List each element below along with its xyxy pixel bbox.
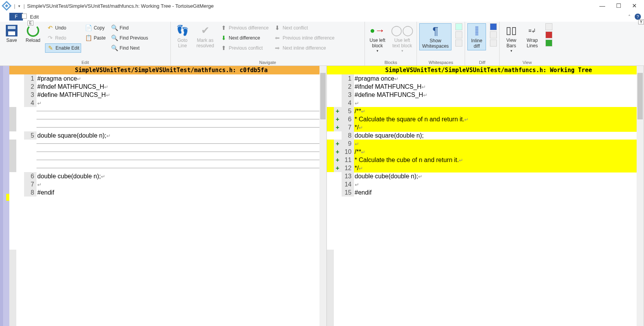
minimize-button[interactable]: — [599, 2, 605, 9]
help-icon[interactable]: ? [635, 14, 641, 20]
left-pane: SimpleVSUnitTest/SimpleVSUnitTest/mathfu… [16, 66, 327, 326]
right-code-area[interactable]: 1#pragma·once↵2#ifndef·MATHFUNCS_H↵3#def… [334, 74, 644, 326]
find-next-button[interactable]: 🔍Find Next [109, 43, 149, 53]
enable-edit-button[interactable]: ✎Enable Edit [45, 43, 81, 53]
code-line[interactable]: +12*/↵ [334, 164, 644, 172]
redo-button[interactable]: ↷Redo [45, 33, 81, 43]
code-line[interactable]: +5/**↵ [334, 107, 644, 115]
code-line[interactable]: 15#endif [334, 188, 644, 197]
line-marker: + [334, 140, 342, 148]
code-line[interactable]: 13double·cube(double·n);↵ [334, 172, 644, 180]
undo-button[interactable]: ↶Undo [45, 23, 81, 33]
save-button[interactable]: Save [2, 23, 21, 44]
code-line[interactable] [16, 115, 326, 123]
line-text [36, 168, 326, 168]
paste-label: Paste [94, 35, 106, 41]
next-conflict-button[interactable]: ⬇Next conflict [273, 23, 336, 33]
code-line[interactable]: +10/**↵ [334, 148, 644, 156]
next-inline-button[interactable]: ➡Next inline difference [273, 43, 336, 53]
line-text [36, 160, 326, 160]
enable-edit-icon: ✎ [47, 45, 54, 52]
code-line[interactable] [16, 107, 326, 115]
prev-conflict-button[interactable]: ⬆Previous conflict [219, 43, 270, 53]
paste-button[interactable]: 📋Paste [83, 33, 107, 43]
right-scrollbar[interactable] [637, 66, 644, 326]
ws-mode-1[interactable] [455, 23, 462, 30]
line-text: #pragma·once↵ [354, 74, 644, 83]
group-label-whitespaces: Whitespaces [419, 59, 462, 66]
close-button[interactable]: ✕ [632, 2, 637, 9]
use-left-text-button[interactable]: ◯◯ Use left text block▾ [390, 23, 415, 53]
code-line[interactable]: 1#pragma·once↵ [16, 74, 326, 83]
code-line[interactable]: 8#endif [16, 188, 326, 197]
line-number: 3 [342, 91, 354, 99]
show-whitespaces-button[interactable]: ¶ Show Whitespaces [419, 23, 451, 50]
code-line[interactable]: 14↵ [334, 180, 644, 188]
collapse-ribbon-icon[interactable]: ˄ [628, 14, 631, 20]
prev-inline-button[interactable]: ⬅Previous inline difference [273, 33, 336, 43]
line-marker: + [334, 115, 342, 123]
copy-button[interactable]: 📄Copy [83, 23, 107, 33]
code-line[interactable]: 1#pragma·once↵ [334, 74, 644, 83]
inline-diff-label: Inline diff [471, 38, 483, 49]
locator-bar[interactable] [0, 66, 9, 326]
mark-resolved-button[interactable]: ✔ Mark as resolved [194, 23, 216, 50]
file-tab[interactable]: F ▸ [9, 13, 23, 21]
qat-dropdown-icon[interactable]: ▾ [18, 4, 20, 8]
code-line[interactable] [16, 148, 326, 156]
code-line[interactable]: 8double·square(double·n); [334, 131, 644, 140]
left-scrollbar[interactable] [319, 66, 326, 326]
diff-panes: SimpleVSUnitTest/SimpleVSUnitTest/mathfu… [0, 66, 644, 326]
prev-diff-button[interactable]: ⬆Previous difference [219, 23, 270, 33]
left-code-area[interactable]: 1#pragma·once↵2#ifndef·MATHFUNCS_H↵3#def… [16, 74, 326, 326]
code-line[interactable] [16, 140, 326, 148]
ws-mode-3[interactable] [455, 40, 462, 47]
goto-line-button[interactable]: 👣 Goto Line [173, 23, 192, 50]
inline-diff-button[interactable]: ≡≡≡ Inline diff [467, 23, 486, 50]
code-line[interactable]: 5double·square(double·n);↵ [16, 131, 326, 140]
paste-icon: 📋 [85, 34, 92, 41]
file-tab-label: F [15, 14, 17, 19]
use-left-block-button[interactable]: ●→ Use left block▾ [367, 23, 388, 53]
code-line[interactable]: 6double·cube(double·n);↵ [16, 172, 326, 180]
code-line[interactable]: 4↵ [334, 99, 644, 107]
code-line[interactable]: +11*·Calculate·the·cube·of·n·and·return·… [334, 156, 644, 164]
code-line[interactable]: +7*/↵ [334, 123, 644, 131]
find-button[interactable]: 🔍Find [109, 23, 149, 33]
reload-button[interactable]: Reload [23, 23, 43, 44]
view-mode-2[interactable] [545, 31, 552, 38]
line-text [36, 152, 326, 152]
line-marker: + [334, 148, 342, 156]
line-number: 15 [342, 188, 354, 197]
line-number: 14 [342, 180, 354, 188]
code-line[interactable]: +6*·Calculate·the·square·of·n·and·return… [334, 115, 644, 123]
code-line[interactable]: 3#define·MATHFUNCS_H↵ [16, 91, 326, 99]
code-line[interactable]: 3#define·MATHFUNCS_H↵ [334, 91, 644, 99]
diff-mode-1[interactable] [490, 23, 497, 30]
view-bars-button[interactable]: ▯▯ View Bars▾ [502, 23, 521, 53]
code-line[interactable]: +9↵ [334, 140, 644, 148]
line-text [36, 111, 326, 111]
goto-line-label: Goto Line [177, 38, 187, 49]
code-line[interactable]: 4↵ [16, 99, 326, 107]
reload-label: Reload [26, 38, 40, 43]
code-line[interactable]: 2#ifndef·MATHFUNCS_H↵ [334, 83, 644, 91]
code-line[interactable]: 2#ifndef·MATHFUNCS_H↵ [16, 83, 326, 91]
diff-mode-2[interactable] [490, 31, 497, 38]
diff-mode-3[interactable] [490, 40, 497, 47]
code-line[interactable] [16, 156, 326, 164]
code-line[interactable] [16, 164, 326, 172]
wrap-lines-button[interactable]: ≡↲ Wrap Lines [523, 23, 542, 50]
edit-tab[interactable]: Edit E [25, 13, 43, 21]
code-line[interactable]: 7↵ [16, 180, 326, 188]
group-label-diff: Diff [467, 59, 497, 66]
view-mode-3[interactable] [545, 40, 552, 47]
view-mode-1[interactable] [545, 23, 552, 30]
code-line[interactable] [16, 123, 326, 131]
ribbon-group-navigate: 👣 Goto Line ✔ Mark as resolved ⬆Previous… [171, 22, 365, 66]
use-left-text-icon: ◯◯ [396, 24, 409, 37]
next-diff-button[interactable]: ⬇Next difference [219, 33, 270, 43]
find-previous-button[interactable]: 🔍Find Previous [109, 33, 149, 43]
ws-mode-2[interactable] [455, 31, 462, 38]
maximize-button[interactable]: ☐ [616, 2, 621, 9]
